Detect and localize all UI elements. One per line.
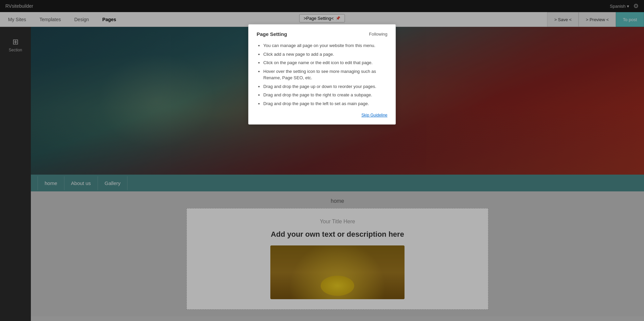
guideline-item-1: Click add a new page to add a page. (263, 51, 387, 58)
modal-footer: Skip Guideline (257, 112, 387, 118)
guideline-item-4: Drag and drop the page up or down to reo… (263, 83, 387, 90)
guideline-item-5: Drag and drop the page to the right to c… (263, 92, 387, 98)
modal-header: Page Setting Following (257, 31, 387, 37)
guidelines-list: You can manage all page on your website … (257, 42, 387, 107)
modal-following: Following (369, 32, 387, 37)
page-setting-modal: Page Setting Following You can manage al… (248, 24, 396, 125)
guideline-item-3: Hover over the setting icon to see more … (263, 68, 387, 81)
modal-overlay: Page Setting Following You can manage al… (0, 0, 644, 321)
guideline-item-2: Click on the page name or the edit icon … (263, 59, 387, 66)
guideline-item-0: You can manage all page on your website … (263, 42, 387, 49)
modal-body: You can manage all page on your website … (257, 42, 387, 107)
skip-guideline-link[interactable]: Skip Guideline (362, 113, 387, 118)
modal-title: Page Setting (257, 31, 287, 37)
guideline-item-6: Drag and drop the page to the left to se… (263, 100, 387, 107)
